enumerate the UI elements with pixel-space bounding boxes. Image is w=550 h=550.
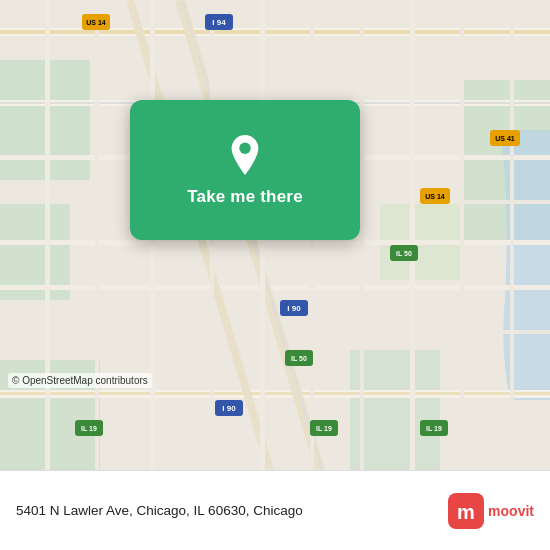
- svg-text:I 94: I 94: [212, 18, 226, 27]
- svg-text:IL 19: IL 19: [316, 425, 332, 432]
- map: I 94 US 14 US 41 US 14 IL 50 I 90 IL 50 …: [0, 0, 550, 470]
- svg-text:IL 19: IL 19: [426, 425, 442, 432]
- bottom-bar: 5401 N Lawler Ave, Chicago, IL 60630, Ch…: [0, 470, 550, 550]
- take-me-there-button[interactable]: Take me there: [187, 187, 303, 207]
- svg-text:I 90: I 90: [287, 304, 301, 313]
- svg-rect-28: [410, 0, 415, 470]
- svg-rect-27: [360, 0, 364, 470]
- moovit-logo[interactable]: m moovit: [448, 493, 534, 529]
- address-label: 5401 N Lawler Ave, Chicago, IL 60630, Ch…: [16, 503, 448, 518]
- svg-rect-8: [0, 30, 550, 34]
- svg-text:US 14: US 14: [425, 193, 445, 200]
- svg-rect-17: [0, 392, 550, 395]
- svg-text:I 90: I 90: [222, 404, 236, 413]
- moovit-brand-text: moovit: [488, 503, 534, 519]
- svg-text:IL 50: IL 50: [291, 355, 307, 362]
- svg-text:IL 50: IL 50: [396, 250, 412, 257]
- svg-rect-14: [0, 285, 550, 290]
- svg-rect-30: [510, 0, 514, 470]
- svg-rect-22: [95, 0, 99, 470]
- svg-text:US 14: US 14: [86, 19, 106, 26]
- svg-text:US 41: US 41: [495, 135, 515, 142]
- svg-rect-21: [45, 0, 50, 470]
- copyright-notice: © OpenStreetMap contributors: [8, 373, 152, 388]
- svg-rect-13: [0, 240, 550, 245]
- moovit-icon: m: [448, 493, 484, 529]
- action-card[interactable]: Take me there: [130, 100, 360, 240]
- svg-rect-29: [460, 0, 464, 470]
- svg-text:m: m: [457, 501, 475, 523]
- svg-text:IL 19: IL 19: [81, 425, 97, 432]
- svg-point-53: [239, 143, 250, 154]
- location-pin-icon: [227, 133, 263, 177]
